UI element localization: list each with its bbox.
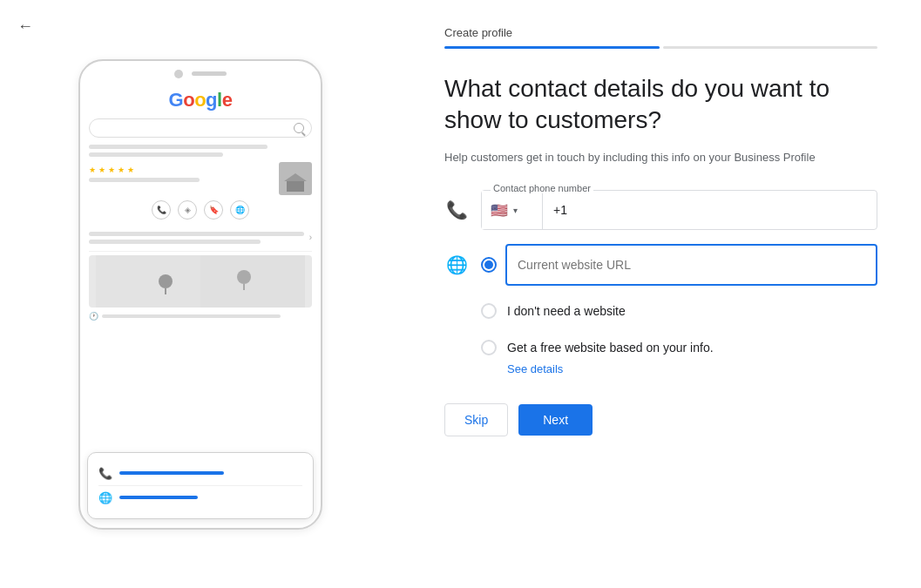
phone-float-label: Contact phone number — [491, 183, 593, 193]
gray-line-3 — [89, 178, 200, 182]
svg-rect-1 — [287, 181, 304, 192]
stars-row: ★ ★ ★ ★ ★ — [89, 166, 274, 174]
progress-segment-1 — [444, 46, 660, 49]
no-website-row: 📞 I don't need a website — [444, 300, 877, 322]
page-title: What contact details do you want to show… — [444, 73, 836, 137]
free-website-label: Get a free website based on your info. — [507, 341, 714, 355]
back-button[interactable]: ← — [17, 17, 33, 36]
button-row: Skip Next — [444, 403, 877, 436]
no-website-radio[interactable] — [481, 303, 497, 319]
url-input[interactable] — [507, 246, 876, 284]
skip-button[interactable]: Skip — [444, 403, 508, 436]
free-website-radio[interactable] — [481, 340, 497, 355]
google-logo: Google — [89, 89, 312, 112]
phone-icons-row: 📞 ◈ 🔖 🌐 — [89, 200, 312, 220]
phone-top — [80, 61, 321, 84]
country-selector[interactable]: 🇺🇸 ▾ — [482, 191, 543, 229]
gray-line-l2 — [89, 240, 261, 244]
progress-label: Create profile — [444, 26, 877, 39]
bottom-card-globe-icon: 🌐 — [98, 491, 112, 504]
phone-speaker — [192, 71, 227, 76]
phone-camera — [174, 70, 183, 78]
svg-point-7 — [237, 270, 251, 284]
phone-clock-row: 🕐 — [89, 311, 312, 321]
star-1: ★ — [89, 166, 96, 174]
business-card: ★ ★ ★ ★ ★ — [89, 162, 312, 195]
star-4: ★ — [118, 166, 125, 174]
phone-search-input — [97, 124, 294, 132]
url-radio-inner — [484, 260, 493, 269]
right-panel: Create profile What contact details do y… — [401, 0, 921, 588]
progress-bar — [444, 46, 877, 49]
free-website-row: 📞 Get a free website based on your info.… — [444, 336, 877, 375]
star-3: ★ — [108, 166, 115, 174]
url-field-group[interactable] — [505, 244, 877, 286]
star-5: ★ — [127, 166, 134, 174]
bottom-card-phone-line — [119, 471, 224, 475]
phone-screen: Google ★ ★ ★ ★ ★ — [80, 84, 321, 327]
star-2: ★ — [98, 166, 105, 174]
url-field-row: 🌐 — [444, 244, 877, 286]
phone-search-bar — [89, 118, 312, 138]
next-button[interactable]: Next — [518, 404, 593, 436]
phone-list-item-1: › — [89, 225, 312, 252]
bottom-card-web-item: 🌐 — [98, 485, 302, 510]
free-website-option[interactable]: Get a free website based on your info. — [481, 336, 714, 359]
gray-line-2 — [89, 152, 223, 157]
bottom-card-phone-item: 📞 — [98, 462, 302, 485]
svg-rect-4 — [96, 255, 200, 308]
gray-line-clock — [102, 314, 281, 318]
directions-circle-icon: ◈ — [178, 200, 197, 220]
page-subtitle: Help customers get in touch by including… — [444, 149, 819, 166]
flag-icon: 🇺🇸 — [491, 202, 508, 219]
left-panel: ← Google ★ ★ — [0, 0, 401, 588]
phone-mockup: Google ★ ★ ★ ★ ★ — [78, 59, 322, 530]
bookmark-circle-icon: 🔖 — [204, 200, 223, 220]
store-icon — [279, 162, 312, 195]
phone-field-icon: 📞 — [444, 199, 469, 220]
see-details-link[interactable]: See details — [507, 362, 714, 375]
globe-circle-icon: 🌐 — [230, 200, 249, 220]
phone-number-input[interactable] — [543, 191, 877, 229]
chevron-right-icon: › — [309, 233, 312, 242]
phone-map-preview — [89, 255, 312, 308]
globe-field-icon: 🌐 — [444, 254, 469, 275]
form-section: 📞 Contact phone number 🇺🇸 ▾ 🌐 — [444, 190, 877, 375]
bottom-card-web-line — [119, 496, 198, 499]
phone-circle-icon: 📞 — [152, 200, 171, 220]
phone-bottom-card: 📞 🌐 — [87, 452, 314, 519]
phone-input-wrapper[interactable]: Contact phone number 🇺🇸 ▾ — [481, 190, 877, 230]
no-website-label: I don't need a website — [507, 304, 626, 318]
gray-line-l1 — [89, 232, 304, 236]
url-radio-button[interactable] — [481, 257, 497, 273]
progress-section: Create profile — [444, 26, 877, 49]
phone-search-icon — [294, 123, 304, 133]
progress-segment-2 — [663, 46, 878, 49]
bottom-card-phone-icon: 📞 — [98, 467, 112, 480]
phone-field-row: 📞 Contact phone number 🇺🇸 ▾ — [444, 190, 877, 230]
no-website-option[interactable]: I don't need a website — [481, 300, 626, 322]
gray-line-1 — [89, 145, 267, 149]
dropdown-arrow-icon: ▾ — [513, 206, 518, 215]
svg-point-5 — [159, 274, 173, 288]
